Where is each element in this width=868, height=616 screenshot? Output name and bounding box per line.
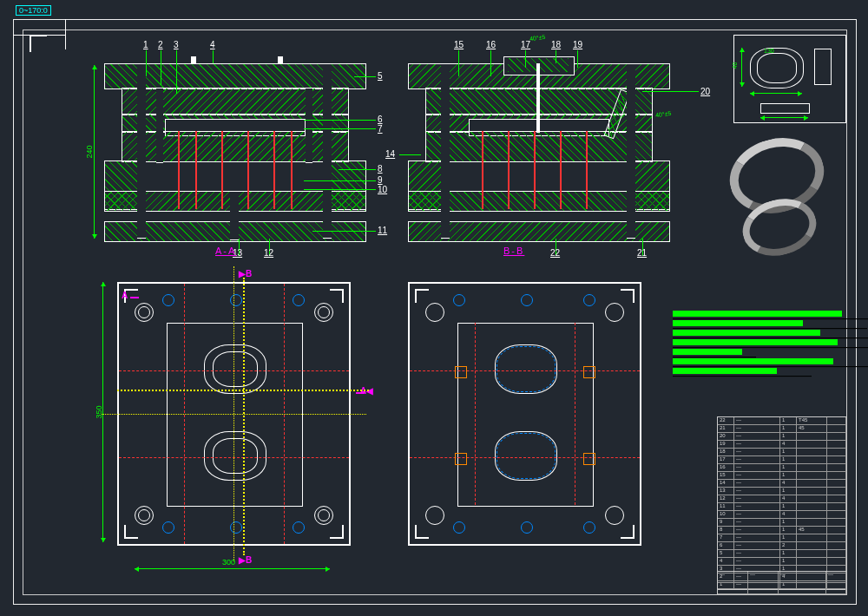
plan-view-right <box>408 282 641 546</box>
cad-drawing-canvas[interactable]: 0~170:0 1 2 3 4 5 6 7 8 9 10 11 12 13 24… <box>0 0 868 616</box>
callout-10: 10 <box>378 185 387 194</box>
leader <box>458 50 459 76</box>
leader <box>556 50 556 63</box>
leader <box>339 169 376 170</box>
leader <box>161 50 161 85</box>
callout-20: 20 <box>700 87 710 96</box>
callout-19: 19 <box>573 40 582 49</box>
leader <box>213 50 214 63</box>
callout-22: 22 <box>550 248 560 258</box>
leader <box>304 128 376 129</box>
leader <box>577 50 578 68</box>
leader <box>642 91 699 92</box>
leader <box>525 50 526 68</box>
title-block: — — — — <box>717 571 847 595</box>
callout-14: 14 <box>385 149 395 159</box>
leader <box>399 154 421 155</box>
callout-21: 21 <box>637 248 647 258</box>
callout-11: 11 <box>378 226 387 235</box>
callout-6: 6 <box>378 115 383 124</box>
dim-300: 300 <box>222 558 235 567</box>
dim-height <box>94 65 95 239</box>
callout-3: 3 <box>174 40 179 49</box>
callout-16: 16 <box>486 40 496 49</box>
leader <box>304 180 376 181</box>
section-bb-label: B-B <box>503 246 524 256</box>
leader <box>490 50 491 76</box>
frame-label: 0~170:0 <box>16 5 51 16</box>
callout-7: 7 <box>378 124 383 134</box>
technical-notes: ———————————————————— —————————————— ————… <box>673 311 846 374</box>
plan-view-left <box>117 282 351 546</box>
callout-4: 4 <box>210 40 215 49</box>
callout-8: 8 <box>378 164 383 174</box>
leader <box>354 76 376 77</box>
marker-A-left: A <box>122 291 128 300</box>
callout-9: 9 <box>378 175 383 185</box>
section-bb-view <box>408 56 668 243</box>
dim-350: 350 <box>95 405 103 418</box>
leader <box>176 50 177 94</box>
dim-240: 240 <box>85 145 94 158</box>
callout-5: 5 <box>378 71 383 81</box>
callout-1: 1 <box>143 40 148 49</box>
section-aa-view <box>104 56 365 243</box>
corner-tick <box>65 19 66 49</box>
leader <box>304 189 376 190</box>
corner-tick <box>13 35 65 36</box>
dim-300h <box>135 568 330 569</box>
callout-15: 15 <box>454 40 464 49</box>
callout-2: 2 <box>158 40 163 49</box>
leader <box>304 120 376 121</box>
dim-130: 130 <box>764 48 774 54</box>
marker-B-top: ▶B <box>239 269 252 279</box>
callout-12: 12 <box>264 248 273 258</box>
dim-40: 40 <box>732 62 738 69</box>
section-line-B <box>243 278 245 555</box>
leader <box>312 231 376 232</box>
callout-18: 18 <box>551 40 561 49</box>
callout-17: 17 <box>521 40 530 49</box>
detail-view <box>733 35 846 123</box>
corner-mark <box>30 35 47 52</box>
bom-table: 22—1T4521—14520—119—418—117—116—115—114—… <box>717 416 847 590</box>
marker-B-bot: ▶B <box>239 555 252 565</box>
leader <box>146 50 147 76</box>
section-aa-label: A-A <box>215 246 236 256</box>
